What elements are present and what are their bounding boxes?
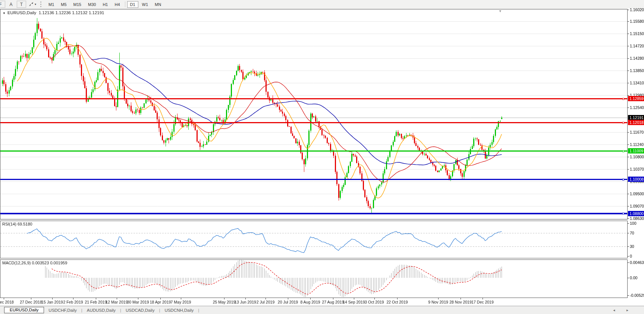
tab-scroll-arrows[interactable]: ◂ ▸ <box>613 308 634 312</box>
price-badge: 1.10008 <box>628 177 644 182</box>
chart-symbol-period: EURUSD,Daily <box>7 10 36 15</box>
price-tick-label: 1.13410 <box>630 81 644 85</box>
timeframe-button-m1[interactable]: M1 <box>45 1 57 8</box>
macd-tick-label: -0.005299 <box>630 293 644 298</box>
tab-usdcnh-daily[interactable]: USDCNH,Daily <box>160 308 198 313</box>
date-tick-label: 14 Sep 2019 <box>343 300 365 304</box>
rsi-tick-label: 0 <box>630 254 632 258</box>
chart-title: ▼EURUSD,Daily 1.12136 1.12236 1.12132 1.… <box>3 10 104 15</box>
arrow-shapes-icon <box>28 2 34 7</box>
date-tick-label: 8 Aug 2019 <box>300 300 320 304</box>
date-tick-label: 8 Dec 2018 <box>0 300 14 304</box>
rsi-tick-label: 100 <box>630 221 637 226</box>
toolbar-separator <box>125 1 125 7</box>
date-tick-label: 27 Dec 2018 <box>20 300 42 304</box>
date-tick-label: 2 Feb 2019 <box>63 300 83 304</box>
support-line-green[interactable] <box>0 150 627 152</box>
price-tick-label: 1.09500 <box>630 192 644 196</box>
tab-audusd-daily[interactable]: AUDUSD,Daily <box>82 308 120 313</box>
support-line-blue-2[interactable] <box>0 213 627 214</box>
timeframe-button-h4[interactable]: H4 <box>111 1 123 8</box>
timeframe-button-d1[interactable]: D1 <box>127 1 138 8</box>
price-tick-label: 1.15150 <box>630 31 644 36</box>
date-tick-label: 7 May 2019 <box>171 300 191 304</box>
line-handle[interactable] <box>622 98 624 100</box>
timeframe-button-mn[interactable]: MN <box>152 1 164 8</box>
price-tick-label: 1.13850 <box>630 68 644 73</box>
toolbar: F A T ▾ M1M5M15M30H1H4D1W1MN <box>0 0 644 9</box>
price-tick-label: 1.14720 <box>630 44 644 48</box>
price-tick-label: 1.16020 <box>630 7 644 12</box>
price-tick-label: 1.09070 <box>630 204 644 208</box>
price-badge: 1.11009 <box>628 148 644 153</box>
date-tick-label: 28 Nov 2019 <box>449 300 472 304</box>
timeframe-button-h1[interactable]: H1 <box>100 1 111 8</box>
fibonacci-tool-icon[interactable]: F <box>0 1 5 8</box>
chart-area: ▼ ▼EURUSD,Daily 1.12136 1.12236 1.12132 … <box>0 9 644 306</box>
line-handle[interactable] <box>622 178 624 180</box>
support-line-blue-1[interactable] <box>0 179 627 180</box>
rsi-indicator-label: RSI(14) 69.5180 <box>2 222 32 226</box>
line-handle[interactable] <box>622 213 624 215</box>
date-tick-label: 2 Jul 2019 <box>257 300 274 304</box>
rsi-tick-label: 70 <box>630 231 634 235</box>
chart-canvas[interactable] <box>0 9 644 306</box>
date-tick-label: 21 Feb 2019 <box>85 300 107 304</box>
price-tick-label: 1.12540 <box>630 105 644 110</box>
price-badge: 1.12018 <box>628 120 644 125</box>
arrows-tool-icon[interactable]: ▾ <box>28 1 36 7</box>
date-tick-label: 30 Mar 2019 <box>127 300 149 304</box>
date-tick-label: 22 Oct 2019 <box>386 300 408 304</box>
price-tick-label: 1.10370 <box>630 167 644 171</box>
date-tick-label: 20 Jul 2019 <box>278 300 298 304</box>
tab-eurusd-daily[interactable]: EURUSD,Daily <box>4 307 44 313</box>
price-tick-label: 1.10800 <box>630 155 644 159</box>
price-tick-label: 1.15580 <box>630 19 644 24</box>
chart-shift-marker-icon[interactable]: ▼ <box>499 9 502 13</box>
chart-ohlc-values: 1.12136 1.12236 1.12132 1.12191 <box>39 10 104 15</box>
macd-indicator-label: MACD(12,26,9) 0.003523 0.001959 <box>2 261 67 265</box>
price-tick-label: 1.08630 <box>630 216 644 221</box>
resistance-line-2[interactable] <box>0 122 627 123</box>
line-handle[interactable] <box>622 122 624 124</box>
timeframe-button-m5[interactable]: M5 <box>58 1 69 8</box>
line-handle[interactable] <box>622 150 624 152</box>
label-tool-icon[interactable]: T <box>17 1 26 8</box>
price-tick-label: 1.11670 <box>630 130 644 134</box>
tab-usdchf-daily[interactable]: USDCHF,Daily <box>44 308 81 313</box>
date-tick-label: 3 Oct 2019 <box>365 300 384 304</box>
macd-tick-label: 0.00 <box>630 276 637 280</box>
macd-tick-label: 0.00463 <box>630 260 644 265</box>
tab-usdcad-daily[interactable]: USDCAD,Daily <box>121 308 159 313</box>
tab-divider: | <box>198 308 199 313</box>
price-tick-label: 1.11240 <box>630 142 644 147</box>
date-tick-label: 17 Dec 2019 <box>471 300 494 304</box>
date-tick-label: 9 Nov 2019 <box>428 300 448 304</box>
price-badge: 1.08800 <box>628 211 644 216</box>
chevron-down-icon: ▾ <box>35 3 36 6</box>
collapse-chart-icon[interactable]: ▼ <box>3 12 6 15</box>
text-tool-icon[interactable]: A <box>7 1 15 7</box>
date-tick-label: 18 Apr 2019 <box>150 300 171 304</box>
price-tick-label: 1.14280 <box>630 56 644 60</box>
date-tick-label: 25 May 2019 <box>213 300 236 304</box>
date-tick-label: 15 Jan 2019 <box>41 300 63 304</box>
date-tick-label: 27 Aug 2019 <box>322 300 344 304</box>
price-badge: 1.12191 <box>628 115 644 120</box>
resistance-line-1[interactable] <box>0 98 627 99</box>
date-tick-label: 12 Mar 2019 <box>106 300 128 304</box>
timeframe-button-m30[interactable]: M30 <box>85 1 99 8</box>
chart-tab-bar: EURUSD,Daily USDCHF,Daily|AUDUSD,Daily|U… <box>0 306 644 314</box>
toolbar-drag-handle[interactable] <box>40 1 43 7</box>
timeframe-button-w1[interactable]: W1 <box>139 1 151 8</box>
date-tick-label: 13 Jun 2019 <box>235 300 256 304</box>
price-badge: 1.12859 <box>628 96 644 101</box>
rsi-tick-label: 30 <box>630 244 634 249</box>
timeframe-group: M1M5M15M30H1H4D1W1MN <box>45 1 164 8</box>
timeframe-button-m15[interactable]: M15 <box>70 1 84 8</box>
